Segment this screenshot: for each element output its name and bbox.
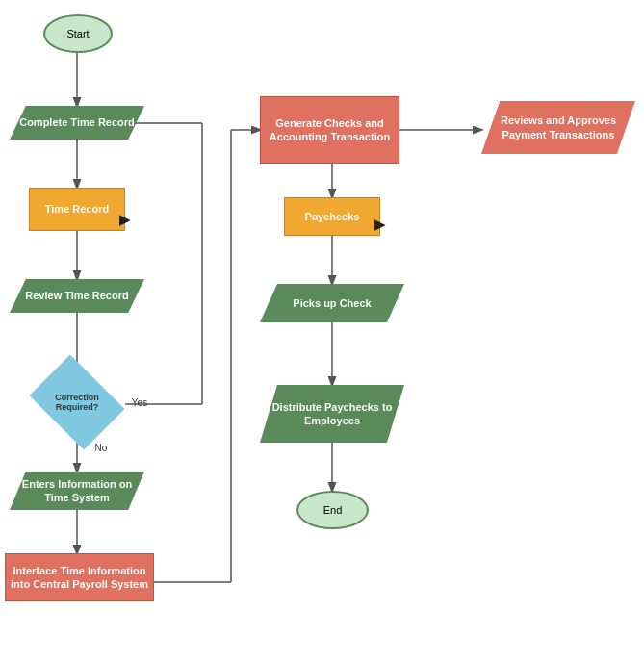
review-time-record-node: Review Time Record <box>10 279 144 313</box>
yes-label: Yes <box>125 393 154 412</box>
generate-checks-node: Generate Checks and Accounting Transacti… <box>260 96 399 164</box>
start-node: Start <box>43 14 113 53</box>
end-node: End <box>296 491 369 529</box>
time-record-node: Time Record <box>29 188 125 231</box>
enters-information-node: Enters Information on Time System <box>10 472 144 510</box>
paychecks-node: Paychecks <box>284 197 380 236</box>
complete-time-record-node: Complete Time Record <box>10 106 144 140</box>
interface-time-node: Interface Time Information into Central … <box>5 553 154 601</box>
distribute-paychecks-node: Distribute Paychecks to Employees <box>260 385 404 443</box>
flowchart-diagram: Start Complete Time Record Time Record R… <box>0 0 644 663</box>
picks-up-check-node: Picks up Check <box>260 284 404 322</box>
correction-required-node: Correction Required? <box>39 370 116 433</box>
reviews-approves-node: Reviews and Approves Payment Transaction… <box>481 101 635 154</box>
no-label: No <box>87 438 116 457</box>
